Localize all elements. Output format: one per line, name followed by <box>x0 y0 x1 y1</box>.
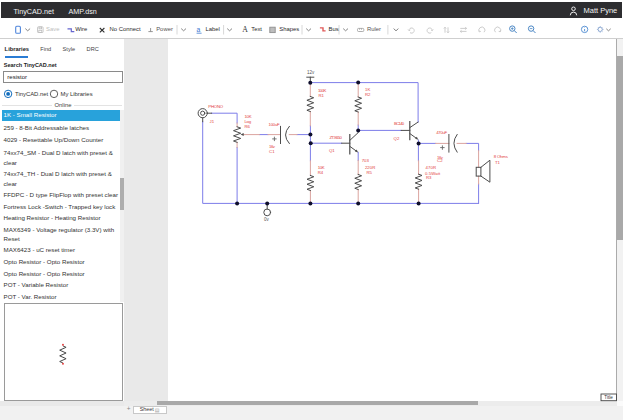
svg-text:R5: R5 <box>367 170 373 175</box>
svg-text:Q1: Q1 <box>329 148 335 153</box>
svg-text:R3: R3 <box>426 175 432 180</box>
svg-text:Q2: Q2 <box>394 136 400 141</box>
svg-text:PHONO: PHONO <box>208 104 224 109</box>
svg-text:C1: C1 <box>269 149 275 154</box>
svg-text:R6: R6 <box>245 124 251 129</box>
svg-text:R1: R1 <box>319 93 325 98</box>
svg-text:T1: T1 <box>495 160 501 165</box>
svg-text:J1: J1 <box>210 119 215 124</box>
svg-text:R2: R2 <box>365 92 371 97</box>
svg-text:Title: Title <box>604 395 613 400</box>
svg-text:470uF: 470uF <box>436 130 447 135</box>
svg-text:470R: 470R <box>426 165 437 170</box>
svg-text:8 Ohms: 8 Ohms <box>494 154 508 159</box>
svg-text:BC140: BC140 <box>394 121 405 126</box>
svg-text:C2: C2 <box>437 158 443 163</box>
svg-text:ZTX650: ZTX650 <box>330 135 343 140</box>
svg-text:703: 703 <box>362 158 370 163</box>
svg-text:100uF: 100uF <box>269 122 280 127</box>
svg-text:0v: 0v <box>264 217 270 222</box>
svg-text:R4: R4 <box>318 170 324 175</box>
svg-text:12v: 12v <box>307 70 315 75</box>
